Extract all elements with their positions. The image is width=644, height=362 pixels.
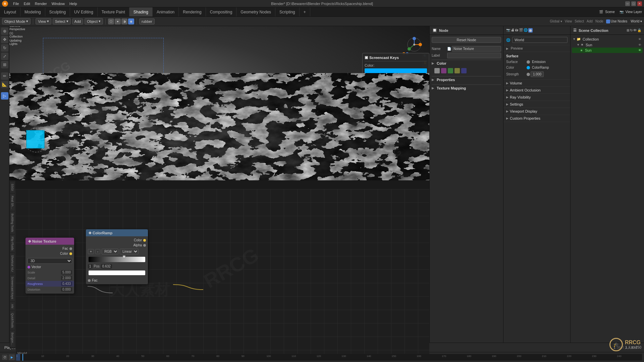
name-search[interactable]: rubber bbox=[139, 18, 155, 24]
settings-section[interactable]: ▶ Settings bbox=[503, 101, 570, 108]
menu-render[interactable]: Render bbox=[33, 1, 49, 6]
maximize-btn[interactable]: □ bbox=[631, 1, 636, 6]
tab-scripting[interactable]: Scripting bbox=[275, 7, 300, 16]
tab-shading[interactable]: Shading bbox=[129, 7, 153, 16]
side-tab-borigon[interactable]: Borigon... bbox=[10, 330, 15, 348]
sun1-visibility[interactable]: 👁 bbox=[638, 43, 641, 47]
tab-modeling[interactable]: Modeling bbox=[20, 7, 45, 16]
colorramp-node[interactable]: ◈ ColorRamp Color Alpha bbox=[86, 229, 148, 284]
wire-shading-btn[interactable]: ⬡ bbox=[108, 18, 114, 24]
add-menu[interactable]: Add bbox=[72, 18, 84, 24]
view-btn[interactable]: View bbox=[565, 19, 572, 23]
active-props-icon[interactable]: ◉ bbox=[528, 28, 533, 33]
material-shading-btn[interactable]: ◑ bbox=[121, 18, 127, 24]
side-tab-flip[interactable]: Flip Fluids bbox=[10, 235, 15, 252]
remove-stop-btn[interactable]: - bbox=[95, 249, 100, 254]
hide-icon[interactable]: 🔒 bbox=[637, 28, 641, 32]
side-tab-building[interactable]: Building Tools bbox=[10, 212, 15, 234]
distortion-field[interactable]: Distortion 0.000 bbox=[25, 287, 74, 292]
collection-visibility[interactable]: 👁 bbox=[638, 38, 641, 41]
rotate-tool[interactable]: ↻ bbox=[1, 44, 8, 52]
tab-uv-editing[interactable]: UV Editing bbox=[70, 7, 98, 16]
world-props-icon[interactable]: 🌐 bbox=[524, 28, 528, 33]
node-label-input[interactable] bbox=[447, 53, 501, 58]
collection-item[interactable]: ▾ 📁 Collection 👁 bbox=[572, 36, 643, 42]
viewport-display-section[interactable]: ▶ Viewport Display bbox=[503, 108, 570, 115]
add-stop-btn[interactable]: + bbox=[88, 249, 94, 254]
mode-selector[interactable]: Object Mode ▾ bbox=[2, 18, 31, 24]
select-btn-2[interactable]: Select bbox=[575, 19, 584, 23]
side-tab-shortcut[interactable]: Shortcut VLr bbox=[10, 253, 15, 274]
menu-edit[interactable]: Edit bbox=[21, 1, 33, 6]
minimize-btn[interactable]: ─ bbox=[625, 1, 630, 6]
menu-help[interactable]: Help bbox=[67, 1, 79, 6]
object-menu[interactable]: Object ▾ bbox=[85, 18, 103, 24]
use-nodes-check[interactable]: Use Nodes bbox=[606, 19, 627, 23]
menu-file[interactable]: File bbox=[11, 1, 21, 6]
view-icon-outliner[interactable]: 👁 bbox=[633, 28, 637, 32]
move-tool[interactable]: ✥ bbox=[1, 36, 8, 43]
color-swatch-4[interactable] bbox=[454, 68, 460, 73]
scene-props-icon[interactable]: 🎬 bbox=[519, 28, 523, 33]
active-tool[interactable]: ▷ bbox=[1, 92, 8, 100]
cr-color-swatch[interactable] bbox=[89, 270, 145, 275]
solid-shading-btn[interactable]: ● bbox=[115, 18, 121, 24]
color-section-header[interactable]: ▶ Color bbox=[432, 60, 501, 67]
color-bar[interactable] bbox=[365, 68, 427, 73]
interp-mode-select[interactable]: Linear bbox=[120, 249, 139, 254]
color-swatch-1[interactable] bbox=[434, 68, 440, 73]
texture-mapping-header[interactable]: ▶ Texture Mapping bbox=[432, 84, 501, 92]
volume-section[interactable]: ▶ Volume bbox=[503, 80, 570, 87]
node-btn[interactable]: Node bbox=[595, 19, 603, 23]
scale-tool[interactable]: ⤢ bbox=[1, 53, 8, 60]
strength-control[interactable]: 1.000 bbox=[527, 71, 568, 77]
global-local-btn[interactable]: Global ▾ bbox=[550, 19, 562, 23]
filter-icon[interactable]: ⊞ bbox=[627, 28, 629, 32]
tab-geometry-nodes[interactable]: Geometry Nodes bbox=[236, 7, 275, 16]
colorramp-gradient[interactable] bbox=[89, 257, 145, 262]
rendered-shading-btn[interactable]: ◉ bbox=[128, 18, 134, 24]
output-props-icon[interactable]: 🖨 bbox=[511, 28, 514, 33]
window-controls[interactable]: ─ □ ✕ bbox=[625, 1, 642, 6]
timeline-icon[interactable]: ⏱ bbox=[2, 355, 7, 360]
ambient-occlusion-section[interactable]: ▶ Ambient Occlusion bbox=[503, 87, 570, 94]
color-swatch-5[interactable] bbox=[461, 68, 467, 73]
measure-tool[interactable]: 📐 bbox=[1, 81, 8, 88]
side-tab-real[interactable]: Real Sh... bbox=[10, 194, 15, 211]
tab-add[interactable]: + bbox=[300, 7, 310, 16]
node-name-container[interactable]: 📄 bbox=[447, 46, 501, 52]
timeline-track[interactable]: 0 10 20 30 40 50 60 70 80 90 100 110 120… bbox=[16, 354, 642, 361]
view-layer-name[interactable]: View Layer bbox=[626, 10, 642, 14]
playhead-indicator[interactable]: ▶ bbox=[9, 354, 15, 360]
color-swatch-3[interactable] bbox=[448, 68, 453, 73]
color-swatch-2[interactable] bbox=[441, 68, 446, 73]
menu-window[interactable]: Window bbox=[49, 1, 67, 6]
tab-animation[interactable]: Animation bbox=[153, 7, 179, 16]
node-canvas[interactable]: RRCG 大人素材 ◈ Noise Texture bbox=[15, 189, 429, 357]
dimension-select[interactable]: 3D bbox=[28, 258, 72, 264]
color-mode-select[interactable]: RGB bbox=[102, 249, 118, 254]
view-layer-props-icon[interactable]: 🗂 bbox=[515, 28, 518, 33]
side-tab-ssgi[interactable]: SSGI bbox=[10, 182, 15, 193]
sun-item-1[interactable]: ▾ ☀ Sun 👁 bbox=[572, 42, 643, 48]
view-menu[interactable]: View ▾ bbox=[36, 18, 51, 24]
reset-node-btn[interactable]: Reset Node bbox=[432, 37, 501, 43]
transform-tool[interactable]: ⊞ bbox=[1, 61, 8, 68]
tab-compositing[interactable]: Compositing bbox=[206, 7, 237, 16]
scene-name[interactable]: Scene bbox=[605, 10, 614, 14]
tab-texture-paint[interactable]: Texture Paint bbox=[98, 7, 129, 16]
annotate-tool[interactable]: ✏ bbox=[1, 72, 8, 80]
cursor-tool[interactable]: ⊕ bbox=[1, 27, 8, 35]
select-menu[interactable]: Select ▾ bbox=[53, 18, 71, 24]
roughness-field[interactable]: Roughness 0.433 bbox=[25, 281, 74, 287]
tab-layout[interactable]: Layout bbox=[0, 7, 20, 16]
side-tab-an[interactable]: AN bbox=[10, 302, 15, 310]
side-tab-screencast[interactable]: Screencast Keys bbox=[10, 275, 15, 301]
properties-section-header[interactable]: ▶ Properties bbox=[432, 76, 501, 83]
sun2-visibility[interactable]: 👁 bbox=[638, 49, 641, 52]
preview-section[interactable]: ▶ Preview bbox=[503, 45, 570, 52]
detail-field[interactable]: Detail 2.000 bbox=[25, 275, 74, 281]
noise-texture-node[interactable]: ◈ Noise Texture Fac Color bbox=[25, 238, 74, 294]
world-name-input[interactable] bbox=[512, 37, 568, 43]
world-dropdown[interactable]: World ▾ bbox=[631, 19, 642, 23]
